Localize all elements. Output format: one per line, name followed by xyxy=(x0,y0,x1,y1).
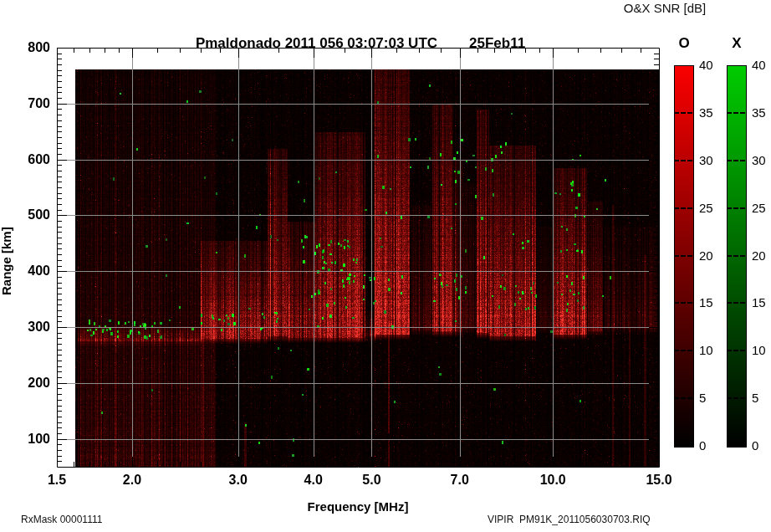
colorbar-x-tick-label: 20 xyxy=(752,248,771,263)
x-axis-label: Frequency [MHz] xyxy=(291,499,425,514)
colorbar-x-tick-dash xyxy=(727,160,745,161)
colorbar-o-tick-dash xyxy=(674,160,692,161)
colorbar-x-gradient xyxy=(727,65,747,448)
y-tick-label: 100 xyxy=(12,431,50,448)
colorbar-o-tick-dash xyxy=(674,397,692,399)
colorbar-o-tick-label: 10 xyxy=(699,343,728,358)
colorbar-o-tick-label: 5 xyxy=(699,391,728,406)
colorbar-title: O&X SNR [dB] xyxy=(610,1,719,15)
colorbar-o-tick-dash xyxy=(674,302,692,304)
colorbar-x-tick-dash xyxy=(727,350,745,351)
y-tick-label: 500 xyxy=(12,207,50,223)
colorbar-x-tick-label: 40 xyxy=(752,58,771,73)
colorbar-x-tick-label: 25 xyxy=(752,201,771,216)
x-tick-label: 3.0 xyxy=(215,472,262,489)
x-tick-label: 7.0 xyxy=(437,472,483,489)
colorbar-o-tick-label: 20 xyxy=(699,248,728,263)
colorbar-x-tick-label: 30 xyxy=(752,153,771,168)
y-tick-label: 200 xyxy=(12,375,50,391)
plot-date: 25Feb11 xyxy=(469,35,525,51)
colorbar-x-tick-dash xyxy=(727,255,745,257)
x-tick-label: 2.0 xyxy=(109,472,156,489)
x-tick-label: 4.0 xyxy=(290,472,337,489)
colorbar-x-header: X xyxy=(727,35,747,52)
colorbar-o-gradient xyxy=(674,65,694,448)
colorbar-o-tick-label: 40 xyxy=(699,58,728,73)
colorbar-o-tick-dash xyxy=(674,350,692,351)
colorbar-o-tick-dash xyxy=(674,207,692,209)
colorbar-o-tick-label: 30 xyxy=(699,153,728,168)
plot-title-text: Pmaldonado 2011 056 03:07:03 UTC xyxy=(196,35,437,51)
colorbar-o-tick-label: 35 xyxy=(699,105,728,120)
colorbar-x-tick-dash xyxy=(727,302,745,304)
colorbar-x-tick-label: 35 xyxy=(752,105,771,120)
colorbar-x-tick-label: 15 xyxy=(752,295,771,310)
plot-title: Pmaldonado 2011 056 03:07:03 UTC25Feb11 xyxy=(180,18,525,69)
ionogram-plot-canvas xyxy=(0,0,771,532)
y-tick-label: 400 xyxy=(12,263,50,279)
ionogram-page: Pmaldonado 2011 056 03:07:03 UTC25Feb11 … xyxy=(0,0,771,532)
colorbar-o-tick-label: 15 xyxy=(699,295,728,310)
y-tick-label: 700 xyxy=(12,95,50,112)
colorbar-o-tick-dash xyxy=(674,112,692,114)
colorbar-x-tick-label: 10 xyxy=(752,343,771,358)
colorbar-o-tick-label: 25 xyxy=(699,201,728,216)
rx-mask-text: RxMask 00001111 xyxy=(21,514,102,525)
colorbar-o-tick-label: 0 xyxy=(699,438,728,453)
colorbar-o-header: O xyxy=(674,35,694,52)
colorbar-o-tick-dash xyxy=(674,255,692,257)
y-tick-label: 300 xyxy=(12,319,50,335)
colorbar-x-tick-label: 5 xyxy=(752,391,771,406)
y-axis-label: Range [km] xyxy=(0,211,13,311)
colorbar-x-tick-label: 0 xyxy=(752,438,771,453)
colorbar-x-tick-dash xyxy=(727,112,745,114)
x-tick-label: 15.0 xyxy=(636,472,682,489)
x-tick-label: 1.5 xyxy=(33,472,80,489)
data-file-name-text: VIPIR PM91K_2011056030703.RIQ xyxy=(488,514,651,525)
y-tick-label: 600 xyxy=(12,151,50,168)
x-tick-label: 10.0 xyxy=(529,472,576,489)
x-tick-label: 5.0 xyxy=(348,472,395,489)
y-tick-label: 800 xyxy=(12,39,50,56)
colorbar-x-tick-dash xyxy=(727,207,745,209)
colorbar-x-tick-dash xyxy=(727,397,745,399)
